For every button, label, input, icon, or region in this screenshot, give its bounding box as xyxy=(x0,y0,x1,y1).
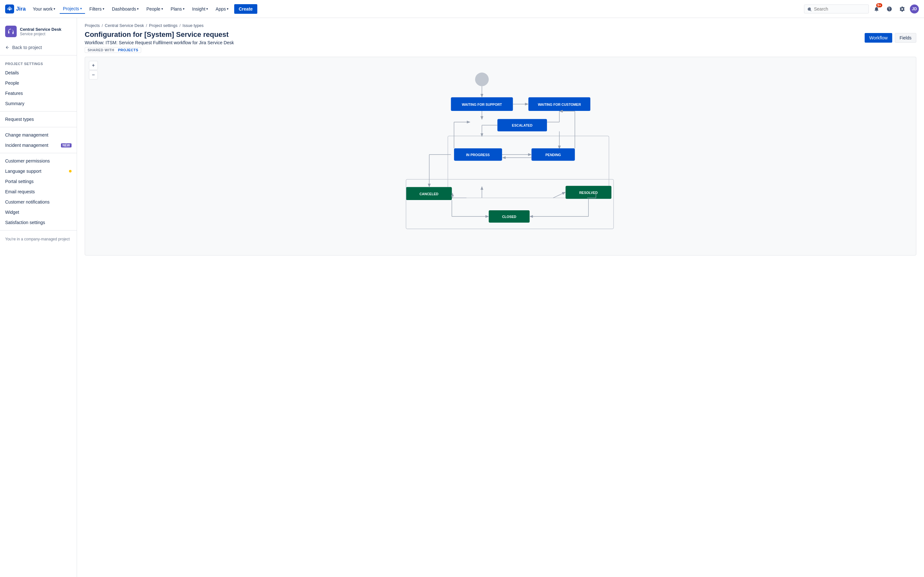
sidebar-section-title: Project settings xyxy=(0,58,77,68)
sidebar-item-widget[interactable]: Widget xyxy=(0,207,77,218)
nav-dashboards[interactable]: Dashboards ▾ xyxy=(109,5,142,13)
sidebar-divider-4 xyxy=(0,153,77,153)
breadcrumb-central-service-desk[interactable]: Central Service Desk xyxy=(105,23,144,28)
start-node xyxy=(475,73,489,86)
sidebar: Central Service Desk Service project Bac… xyxy=(0,18,77,577)
project-icon xyxy=(5,26,17,37)
back-icon xyxy=(5,45,10,50)
page-title: Configuration for [System] Service reque… xyxy=(85,31,234,39)
notifications-button[interactable]: 9+ xyxy=(871,4,882,14)
settings-button[interactable] xyxy=(897,4,907,14)
search-input[interactable] xyxy=(814,6,865,11)
language-dot xyxy=(69,170,71,172)
main-content: Projects / Central Service Desk / Projec… xyxy=(77,18,924,577)
header-actions: Workflow Fields xyxy=(865,33,916,43)
top-navigation: Jira Your work ▾ Projects ▾ Filters ▾ Da… xyxy=(0,0,924,18)
sidebar-divider-1 xyxy=(0,55,77,55)
nav-your-work[interactable]: Your work ▾ xyxy=(29,5,58,13)
sidebar-project: Central Service Desk Service project xyxy=(0,23,77,42)
sidebar-item-email-requests[interactable]: Email requests xyxy=(0,187,77,197)
breadcrumb: Projects / Central Service Desk / Projec… xyxy=(77,18,924,31)
help-button[interactable] xyxy=(884,4,895,14)
svg-text:WAITING FOR CUSTOMER: WAITING FOR CUSTOMER xyxy=(538,103,581,106)
sidebar-divider-2 xyxy=(0,111,77,111)
avatar[interactable]: JD xyxy=(910,5,919,13)
sidebar-item-language-support[interactable]: Language support xyxy=(0,166,77,176)
sidebar-item-satisfaction-settings[interactable]: Satisfaction settings xyxy=(0,218,77,227)
page-header: Configuration for [System] Service reque… xyxy=(77,31,924,57)
workflow-diagram: WAITING FOR SUPPORT WAITING FOR CUSTOMER… xyxy=(85,57,916,255)
fields-button[interactable]: Fields xyxy=(895,33,916,43)
workflow-button[interactable]: Workflow xyxy=(865,33,892,43)
sidebar-item-request-types[interactable]: Request types xyxy=(0,114,77,124)
svg-text:ESCALATED: ESCALATED xyxy=(512,123,533,127)
search-box[interactable] xyxy=(804,5,869,13)
svg-text:IN PROGRESS: IN PROGRESS xyxy=(466,153,490,157)
back-to-project[interactable]: Back to project xyxy=(0,42,77,53)
sidebar-item-customer-notifications[interactable]: Customer notifications xyxy=(0,197,77,207)
sidebar-item-change-management[interactable]: Change management xyxy=(0,130,77,140)
sidebar-divider-bottom xyxy=(0,230,77,230)
svg-text:RESOLVED: RESOLVED xyxy=(579,191,598,195)
logo[interactable]: Jira xyxy=(5,5,26,13)
sidebar-item-people[interactable]: People xyxy=(0,78,77,88)
create-button[interactable]: Create xyxy=(234,4,257,14)
nav-filters[interactable]: Filters ▾ xyxy=(86,5,107,13)
svg-line-28 xyxy=(553,192,565,198)
sidebar-item-customer-permissions[interactable]: Customer permissions xyxy=(0,156,77,166)
breadcrumb-projects[interactable]: Projects xyxy=(85,23,100,28)
page-subtitle: Workflow: ITSM: Service Request Fulfilme… xyxy=(85,40,234,45)
headset-icon xyxy=(8,28,14,35)
sidebar-item-incident-management[interactable]: Incident management NEW xyxy=(0,140,77,150)
topnav-right: 9+ JD xyxy=(804,4,919,14)
search-icon xyxy=(808,7,812,11)
svg-text:PENDING: PENDING xyxy=(545,153,561,157)
sidebar-item-summary[interactable]: Summary xyxy=(0,98,77,109)
logo-text: Jira xyxy=(16,6,26,12)
new-badge: NEW xyxy=(61,143,71,147)
shared-badge: SHARED WITH PROJECTS xyxy=(85,47,141,53)
main-layout: Central Service Desk Service project Bac… xyxy=(0,18,924,577)
sidebar-project-type: Service project xyxy=(20,32,61,36)
shared-projects-link[interactable]: PROJECTS xyxy=(118,48,138,52)
nav-people[interactable]: People ▾ xyxy=(143,5,166,13)
workflow-canvas: + − WAITING FOR xyxy=(85,57,916,255)
sidebar-item-details[interactable]: Details xyxy=(0,68,77,78)
sidebar-project-name: Central Service Desk xyxy=(20,27,61,32)
nav-apps[interactable]: Apps ▾ xyxy=(212,5,232,13)
settings-icon xyxy=(899,6,905,12)
nav-projects[interactable]: Projects ▾ xyxy=(60,4,85,14)
sidebar-item-portal-settings[interactable]: Portal settings xyxy=(0,176,77,187)
zoom-out-button[interactable]: − xyxy=(89,71,98,79)
help-icon xyxy=(887,6,892,12)
notification-badge: 9+ xyxy=(876,3,882,7)
svg-text:WAITING FOR SUPPORT: WAITING FOR SUPPORT xyxy=(462,103,502,106)
nav-insight[interactable]: Insight ▾ xyxy=(189,5,211,13)
svg-text:CANCELED: CANCELED xyxy=(419,192,438,196)
nav-plans[interactable]: Plans ▾ xyxy=(168,5,188,13)
zoom-controls: + − xyxy=(89,61,98,79)
sidebar-footer: You're in a company-managed project xyxy=(0,233,77,245)
zoom-in-button[interactable]: + xyxy=(89,61,98,70)
breadcrumb-project-settings[interactable]: Project settings xyxy=(149,23,178,28)
sidebar-item-features[interactable]: Features xyxy=(0,88,77,98)
svg-text:CLOSED: CLOSED xyxy=(502,215,517,219)
breadcrumb-issue-types[interactable]: Issue types xyxy=(183,23,204,28)
